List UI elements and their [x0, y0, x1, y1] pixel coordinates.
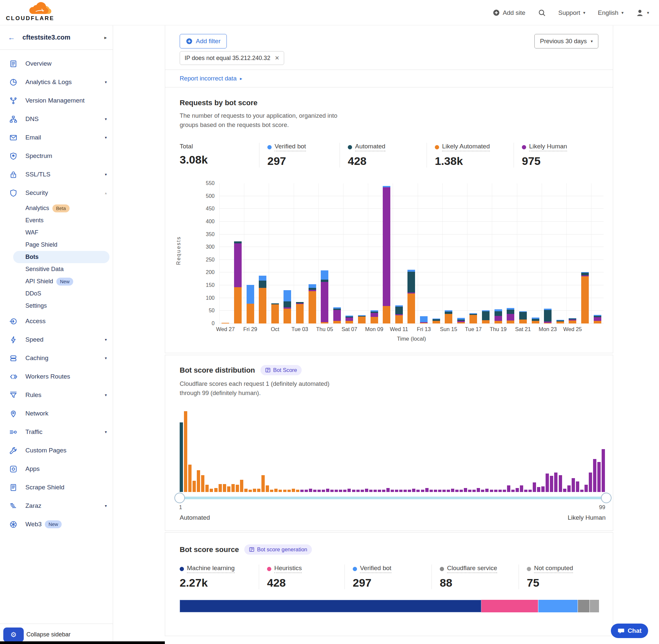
score-bar-24	[279, 490, 283, 492]
score-slider-track[interactable]	[180, 497, 606, 499]
score-bar-72	[485, 489, 490, 492]
bar-segment-likely-automated	[569, 321, 576, 323]
y-tick: 0	[212, 321, 215, 326]
search-icon[interactable]	[538, 9, 546, 17]
sidebar-item-dns[interactable]: DNS▾	[0, 110, 113, 128]
sidebar-item-workers-routes[interactable]: Workers Routes	[0, 367, 113, 386]
remove-filter-icon[interactable]: ×	[275, 54, 279, 62]
sidebar-item-label: DDoS	[25, 290, 41, 297]
y-tick: 250	[206, 257, 215, 263]
requests-by-bot-score-card: Add filter IP does not equal 35.212.240.…	[165, 25, 613, 353]
sidebar-item-analytics[interactable]: AnalyticsBeta	[0, 202, 113, 214]
legend-dot	[267, 567, 271, 571]
site-header: ← cftestsite3.com ▸	[0, 25, 113, 50]
bot-score-badge[interactable]: Bot Score	[260, 365, 302, 375]
stat-machine-learning: Machine learning2.27k	[180, 565, 259, 589]
sidebar-item-zaraz[interactable]: Zaraz▾	[0, 497, 113, 515]
stat-label: Likely Human	[529, 143, 567, 151]
score-bar-23	[274, 489, 279, 492]
back-arrow-icon[interactable]: ←	[8, 33, 15, 42]
sidebar-item-settings[interactable]: Settings	[0, 300, 113, 312]
chevron-right-icon[interactable]: ▸	[104, 34, 107, 41]
sidebar-item-ssl-tls[interactable]: SSL/TLS▾	[0, 165, 113, 184]
bar-segment-likely-automated	[395, 315, 403, 323]
score-histogram	[180, 411, 606, 492]
score-bar-66	[460, 490, 464, 492]
sidebar-item-email[interactable]: Email▾	[0, 128, 113, 147]
score-bar-19	[257, 489, 261, 492]
sidebar-item-label: Page Shield	[25, 242, 57, 248]
bar-segment-likely-human	[371, 313, 378, 317]
add-filter-button[interactable]: Add filter	[180, 34, 227, 48]
ssl-icon	[9, 170, 17, 178]
score-bar-17	[249, 490, 253, 492]
email-icon	[9, 134, 17, 141]
sidebar-item-web3[interactable]: Web3New	[0, 515, 113, 533]
stat-value: 428	[267, 576, 345, 589]
support-label: Support	[559, 9, 581, 17]
score-bar-78	[511, 490, 516, 492]
sidebar-item-network[interactable]: Network	[0, 404, 113, 423]
sidebar-item-rules[interactable]: Rules▾	[0, 386, 113, 404]
sidebar-item-spectrum[interactable]: Spectrum	[0, 147, 113, 165]
chat-button[interactable]: Chat	[611, 624, 648, 638]
sidebar-item-security[interactable]: Security▴	[0, 184, 113, 202]
sidebar-item-label: Scrape Shield	[25, 484, 64, 491]
caching-icon	[9, 354, 17, 362]
bar-segment-likely-automated	[271, 304, 279, 323]
score-bar-41	[352, 490, 356, 492]
distribution-card-subtitle: Cloudflare scores each request 1 (defini…	[165, 379, 613, 398]
stat-label: Total	[180, 143, 193, 150]
sidebar-item-access[interactable]: Access	[0, 312, 113, 330]
score-bar-64	[451, 489, 455, 492]
sidebar-item-waf[interactable]: WAF	[0, 227, 113, 239]
chevron-down-icon: ▾	[105, 172, 107, 177]
sidebar-item-version-management[interactable]: Version Management	[0, 91, 113, 110]
sidebar-item-apps[interactable]: Apps	[0, 460, 113, 478]
sidebar-item-label: Overview	[25, 60, 51, 67]
chevron-down-icon: ▾	[105, 337, 107, 342]
bar-segment-likely-human	[346, 318, 353, 321]
user-icon	[636, 9, 644, 17]
sidebar-item-page-shield[interactable]: Page Shield	[0, 239, 113, 251]
x-axis-label: Time (local)	[219, 336, 604, 342]
bar-segment-likely-automated	[445, 314, 452, 323]
stacked-bar-plot	[219, 183, 604, 323]
sidebar-item-api-shield[interactable]: API ShieldNew	[0, 275, 113, 288]
sidebar-item-ddos[interactable]: DDoS	[0, 288, 113, 300]
language-menu[interactable]: English ▾	[598, 9, 624, 17]
sidebar-item-caching[interactable]: Caching▾	[0, 349, 113, 367]
site-name[interactable]: cftestsite3.com	[22, 33, 71, 41]
slider-handle-max[interactable]	[601, 493, 612, 503]
sidebar-gear-button[interactable]: ⚙	[3, 627, 24, 642]
score-bar-18	[253, 489, 257, 492]
filter-chip[interactable]: IP does not equal 35.212.240.32 ×	[180, 51, 284, 65]
sidebar-item-sensitive-data[interactable]: Sensitive Data	[0, 263, 113, 275]
source-segment-verified-bot	[538, 600, 578, 612]
date-range-select[interactable]: Previous 30 days ▾	[534, 34, 598, 48]
sidebar-item-analytics-logs[interactable]: Analytics & Logs▾	[0, 73, 113, 91]
sidebar-item-custom-pages[interactable]: Custom Pages	[0, 441, 113, 460]
cloudflare-logo[interactable]: CLOUDFLARE	[6, 1, 55, 22]
add-site-button[interactable]: Add site	[493, 9, 525, 17]
support-menu[interactable]: Support ▾	[559, 9, 586, 17]
sidebar-item-events[interactable]: Events	[0, 214, 113, 227]
slider-min-caption: Automated	[180, 514, 210, 521]
score-bar-2	[184, 411, 188, 492]
sidebar-item-bots[interactable]: Bots	[13, 251, 110, 263]
chevron-down-icon: ▾	[591, 39, 593, 44]
collapse-sidebar-button[interactable]: Collapse sidebar	[26, 631, 71, 638]
sidebar-item-speed[interactable]: Speed▾	[0, 330, 113, 349]
score-bar-84	[537, 487, 541, 492]
sidebar-item-label: Settings	[25, 302, 47, 309]
score-bar-31	[309, 489, 313, 492]
slider-handle-min[interactable]	[174, 493, 185, 503]
stat-label: Heuristics	[274, 565, 302, 573]
sidebar-item-overview[interactable]: Overview	[0, 54, 113, 73]
scrape-shield-icon	[9, 483, 17, 491]
sidebar-item-traffic[interactable]: Traffic▾	[0, 423, 113, 441]
bot-score-generation-badge[interactable]: Bot score generation	[244, 545, 312, 555]
account-menu[interactable]: ▾	[636, 9, 649, 17]
sidebar-item-scrape-shield[interactable]: Scrape Shield	[0, 478, 113, 497]
report-incorrect-data-link[interactable]: Report incorrect data ▸	[180, 75, 242, 82]
